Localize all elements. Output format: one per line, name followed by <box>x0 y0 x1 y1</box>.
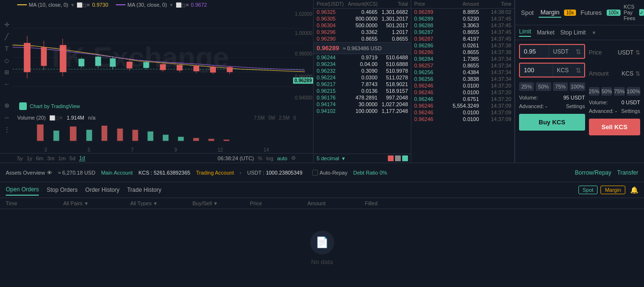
sell-kcs-button[interactable]: Sell KCS <box>589 119 640 135</box>
zoom-in-tool[interactable]: ⊕ <box>2 102 11 109</box>
buy-kcs-button[interactable]: Buy KCS <box>519 114 585 131</box>
svg-rect-9 <box>41 47 46 66</box>
tf-1y[interactable]: 1y <box>27 155 33 161</box>
col-types[interactable]: All Types ▼ <box>130 200 192 206</box>
pct-100[interactable]: 100% <box>570 82 585 91</box>
tab-futures[interactable]: Futures <box>579 8 604 17</box>
sell-settings-link[interactable]: Settings <box>621 108 640 114</box>
margin-filter-badge[interactable]: Margin <box>600 186 625 194</box>
more-tools[interactable]: ⋮ <box>2 126 11 133</box>
sell-pct-25[interactable]: 25% <box>589 87 599 96</box>
amount-input[interactable] <box>520 64 553 77</box>
svg-rect-11 <box>60 45 67 72</box>
pct-buttons: 25% 50% 75% 100% <box>519 82 585 91</box>
spot-filter-badge[interactable]: Spot <box>578 186 598 194</box>
svg-rect-33 <box>54 131 59 141</box>
pct-50[interactable]: 50% <box>536 82 551 91</box>
sell-pct-50[interactable]: 50% <box>601 87 612 96</box>
settings-icon[interactable]: ⚙ <box>291 155 296 161</box>
svg-rect-38 <box>132 130 138 141</box>
amount-currency-r: KCS <box>621 70 633 77</box>
pct-25[interactable]: 25% <box>519 82 534 91</box>
amount-stepper-icon[interactable]: ⇅ <box>573 65 584 76</box>
ma10-value: 0.9730 <box>92 2 108 8</box>
tf-5d[interactable]: 5d <box>69 155 75 161</box>
tab-stop-orders[interactable]: Stop Orders <box>46 185 78 195</box>
time-3: 3 <box>44 147 47 153</box>
ob-mid-price: 0.96289 ≈ 0.963486 USD <box>314 42 411 54</box>
ob-bid-9: 0.94102100.00001,177.2048 <box>314 108 411 114</box>
back-tool[interactable]: ← <box>2 80 11 88</box>
tab-margin[interactable]: Margin <box>539 8 562 18</box>
col-buy-sell[interactable]: Buy/Sell ▼ <box>192 200 250 206</box>
bell-icon[interactable]: 🔔 <box>630 186 638 194</box>
trend-line-tool[interactable]: ╱ <box>2 33 11 40</box>
tab-spot[interactable]: Spot <box>519 8 536 17</box>
crosshair-tool[interactable]: ✛ <box>2 21 11 28</box>
ma30-indicator[interactable]: MA (30, close, 0) ▼ ⬜◻✕ 0.9672 <box>116 2 207 8</box>
tab-open-orders[interactable]: Open Orders <box>6 184 39 196</box>
col-pairs[interactable]: All Pairs ▼ <box>63 200 130 206</box>
tab-order-history[interactable]: Order History <box>85 185 119 195</box>
settings-link[interactable]: Settings <box>566 103 585 109</box>
measure-tool[interactable]: ⊞ <box>2 69 11 76</box>
plus-icon: ⇅ <box>635 49 640 56</box>
pct-icon[interactable]: % <box>258 155 262 161</box>
volume-val: 95 USDT <box>563 95 585 100</box>
shapes-tool[interactable]: ◇ <box>2 57 11 64</box>
borrow-repay-button[interactable]: Borrow/Repay <box>575 169 611 176</box>
svg-rect-32 <box>37 124 44 141</box>
expand-tool[interactable]: ↔ <box>2 114 11 121</box>
svg-rect-17 <box>110 58 115 66</box>
transfer-button[interactable]: Transfer <box>617 169 638 176</box>
advanced-info: Advanced: - Settings <box>519 103 585 109</box>
auto-repay-toggle[interactable]: Auto-Repay <box>312 170 348 176</box>
price-stepper-icon[interactable]: ⇅ <box>573 46 584 57</box>
plus-icon-r: ⇅ <box>635 70 640 77</box>
tf-6m[interactable]: 6m <box>36 155 43 161</box>
ob-footer[interactable]: 5 decimal ▼ <box>314 154 411 163</box>
candlestick-chart <box>0 10 313 114</box>
order-tab-stop-limit[interactable]: Stop Limit <box>560 29 586 36</box>
ob-bid-1: 0.962440.9719510.6488 <box>314 54 411 61</box>
price-grid-1: 1.02000 <box>295 11 312 17</box>
th-row-8: 0.962841.738514:37:34 <box>411 55 514 62</box>
tf-1d[interactable]: 1d <box>79 155 85 161</box>
svg-rect-34 <box>70 126 77 141</box>
order-tab-market[interactable]: Market <box>537 29 554 36</box>
kcs-pay-checkbox[interactable]: ✓ <box>639 9 644 16</box>
tf-5y[interactable]: 5y <box>17 155 23 161</box>
tab-trade-history[interactable]: Trade History <box>127 185 161 195</box>
sell-pct-75[interactable]: 75% <box>614 87 624 96</box>
th-row-11: 0.962560.383814:37:34 <box>411 76 514 82</box>
chevron-right-icon: › <box>240 170 242 176</box>
svg-rect-15 <box>95 57 101 66</box>
ob-ask-3: 0.96304500.0000501.2017 <box>314 22 411 29</box>
svg-rect-37 <box>117 129 123 141</box>
ma10-indicator[interactable]: MA (10, close, 0) ▼ ⬜◻✕ 0.9730 <box>17 2 108 8</box>
assets-overview-label[interactable]: Assets Overview 👁 <box>6 170 52 176</box>
th-row-4: 0.962870.865514:37:45 <box>411 29 514 35</box>
auto-icon[interactable]: auto <box>277 155 287 161</box>
volume-value: 1.914M <box>67 115 84 121</box>
th-row-2: 0.962890.523014:37:45 <box>411 15 514 22</box>
order-tab-limit[interactable]: Limit <box>519 28 531 37</box>
ob-bid-2: 0.962340.04.00510.6888 <box>314 61 411 67</box>
trading-account-label[interactable]: Trading Account <box>196 170 234 176</box>
text-tool[interactable]: T <box>2 45 11 52</box>
svg-rect-40 <box>163 135 169 141</box>
chevron-down-icon[interactable]: ▼ <box>591 30 596 35</box>
tf-1m[interactable]: 1m <box>58 155 66 161</box>
ma10-label: MA (10, close, 0) <box>29 2 68 8</box>
price-input-row[interactable]: USDT ⇅ <box>519 44 585 59</box>
tf-3m[interactable]: 3m <box>47 155 55 161</box>
order-type-tabs: Limit Market Stop Limit ▼ <box>515 25 644 40</box>
amount-input-row[interactable]: KCS ⇅ <box>519 63 585 77</box>
log-icon[interactable]: log <box>266 155 273 161</box>
th-row-16: 0.962460.010014:37:09 <box>411 109 514 116</box>
pct-75[interactable]: 75% <box>553 82 568 91</box>
price-input[interactable] <box>520 45 549 58</box>
sell-pct-100[interactable]: 100% <box>627 87 640 96</box>
trading-panel: Spot Margin 10x Futures 100x KCS Pay Fee… <box>515 0 644 163</box>
sell-pct-buttons: 25% 50% 75% 100% <box>589 87 640 96</box>
